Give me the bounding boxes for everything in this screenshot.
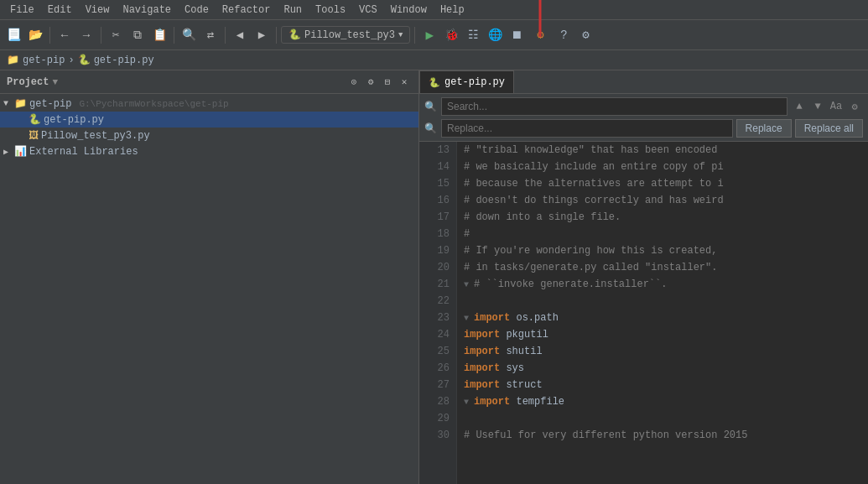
code-token: # we basically include an entire copy of… bbox=[464, 161, 724, 173]
run-config-icon: 🐍 bbox=[288, 29, 301, 41]
code-line: # we basically include an entire copy of… bbox=[464, 159, 868, 175]
fold-icon[interactable]: ▼ bbox=[464, 314, 474, 323]
fold-icon[interactable]: ▼ bbox=[464, 280, 474, 289]
line-number: 22 bbox=[419, 293, 450, 310]
scope-btn[interactable]: ⊙ bbox=[346, 75, 361, 90]
code-line: # because the alternatives are attempt t… bbox=[464, 175, 868, 192]
line-number: 28 bbox=[419, 393, 450, 410]
help-btn[interactable]: ? bbox=[554, 25, 574, 45]
toolbar: 📃 📂 ← → ✂ ⧉ 📋 🔍 ⇄ ◀ ▶ 🐍 Pillow_test_py3 … bbox=[0, 20, 868, 50]
toolbar-sep-4 bbox=[225, 27, 226, 44]
line-number: 24 bbox=[419, 326, 450, 343]
find-btn[interactable]: 🔍 bbox=[179, 25, 199, 45]
line-number: 23 bbox=[419, 310, 450, 326]
next-match-btn[interactable]: ▼ bbox=[809, 98, 826, 115]
editor-area: 🐍 get-pip.py 🔍 ▲ ▼ Aa ⚙ 🔍 Repla bbox=[419, 70, 868, 484]
sidebar-title: Project bbox=[7, 76, 49, 88]
profile-button[interactable]: 🌐 bbox=[485, 25, 505, 45]
breadcrumb-file[interactable]: get-pip.py bbox=[94, 55, 154, 66]
menu-item-run[interactable]: Run bbox=[277, 3, 309, 18]
menu-item-file[interactable]: File bbox=[3, 3, 41, 18]
find-input[interactable] bbox=[441, 97, 787, 116]
stop-button[interactable]: ⏹ bbox=[507, 25, 527, 45]
line-number: 27 bbox=[419, 377, 450, 393]
back-nav-btn[interactable]: ◀ bbox=[230, 25, 250, 45]
line-number: 19 bbox=[419, 242, 450, 259]
code-token: sys bbox=[500, 362, 524, 374]
code-line: import sys bbox=[464, 360, 868, 377]
code-line: ▼ import os.path bbox=[464, 310, 868, 326]
code-token: # in tasks/generate.py called "installer… bbox=[464, 262, 717, 273]
line-number: 21 bbox=[419, 276, 450, 293]
settings-btn[interactable]: ⚙ bbox=[363, 75, 378, 90]
menu-item-view[interactable]: View bbox=[79, 3, 117, 18]
tree-root-folder[interactable]: ▼ 📁 get-pip G:\PycharmWorkspace\get-pip bbox=[0, 96, 418, 112]
match-case-btn[interactable]: Aa bbox=[828, 98, 845, 115]
run-config-selector[interactable]: 🐍 Pillow_test_py3 ▼ bbox=[281, 26, 410, 44]
toolbar-sep-1 bbox=[49, 27, 50, 44]
replace-toolbar-btn[interactable]: ⇄ bbox=[200, 25, 221, 45]
replace-all-button[interactable]: Replace all bbox=[795, 119, 863, 138]
menu-item-refactor[interactable]: Refactor bbox=[216, 3, 278, 18]
code-token: tempfile bbox=[510, 396, 564, 408]
debug-button[interactable]: 🐞 bbox=[441, 25, 461, 45]
menu-item-navigate[interactable]: Navigate bbox=[116, 3, 178, 18]
line-number: 15 bbox=[419, 175, 450, 192]
code-line: import shutil bbox=[464, 343, 868, 360]
code-line: import struct bbox=[464, 377, 868, 393]
find-actions: ▲ ▼ Aa ⚙ bbox=[791, 98, 863, 115]
open-btn[interactable]: 📂 bbox=[25, 25, 45, 45]
folder-icon-root: 📁 bbox=[14, 97, 27, 110]
tab-get-pip-py[interactable]: 🐍 get-pip.py bbox=[419, 70, 514, 93]
run-config-dropdown-icon: ▼ bbox=[398, 31, 403, 39]
code-token: # Useful for very different python versi… bbox=[464, 429, 747, 441]
code-token: import bbox=[464, 329, 500, 341]
prev-match-btn[interactable]: ▲ bbox=[791, 98, 808, 115]
toolbar-sep-2 bbox=[101, 27, 101, 44]
breadcrumb-project[interactable]: get-pip bbox=[23, 55, 65, 66]
replace-input[interactable] bbox=[441, 119, 733, 138]
menu-item-tools[interactable]: Tools bbox=[309, 3, 352, 18]
collapse-btn[interactable]: ⊟ bbox=[380, 75, 395, 90]
menu-item-vcs[interactable]: VCS bbox=[352, 3, 384, 18]
tree-item-external-libs[interactable]: ▶ 📊 External Libraries bbox=[0, 143, 418, 159]
main-layout: Project ▼ ⊙ ⚙ ⊟ ✕ ▼ 📁 get-pip G:\Pycharm… bbox=[0, 70, 868, 484]
code-content[interactable]: # "tribal knowledge" that has been encod… bbox=[457, 142, 868, 484]
code-line: # in tasks/generate.py called "installer… bbox=[464, 259, 868, 276]
code-line: ▼ import tempfile bbox=[464, 393, 868, 410]
tree-item-get-pip-py[interactable]: 🐍 get-pip.py bbox=[0, 112, 418, 128]
menu-item-edit[interactable]: Edit bbox=[41, 3, 79, 18]
paste-btn[interactable]: 📋 bbox=[149, 25, 169, 45]
code-token: # ``invoke generate.installer``. bbox=[474, 278, 667, 290]
tree-item-pillow[interactable]: 🖼 Pillow_test_py3.py bbox=[0, 128, 418, 143]
forward-nav-btn[interactable]: ▶ bbox=[252, 25, 272, 45]
cut-btn[interactable]: ✂ bbox=[106, 25, 126, 45]
code-token: # down into a single file. bbox=[464, 211, 621, 223]
toolbar-sep-6 bbox=[414, 27, 415, 44]
file-icon: 🐍 bbox=[78, 54, 91, 66]
redo-btn[interactable]: → bbox=[76, 25, 96, 45]
menu-bar: File Edit View Navigate Code Refactor Ru… bbox=[0, 0, 868, 20]
menu-item-code[interactable]: Code bbox=[178, 3, 216, 18]
line-number: 14 bbox=[419, 159, 450, 175]
replace-button[interactable]: Replace bbox=[736, 119, 792, 138]
find-settings-btn[interactable]: ⚙ bbox=[846, 98, 863, 115]
extra-btn[interactable]: ⚙ bbox=[575, 25, 595, 45]
new-file-btn[interactable]: 📃 bbox=[3, 25, 23, 45]
fold-icon[interactable]: ▼ bbox=[464, 398, 474, 407]
ext-libs-icon: 📊 bbox=[14, 145, 27, 158]
code-token: import bbox=[464, 362, 500, 374]
menu-item-help[interactable]: Help bbox=[434, 3, 471, 18]
code-token: # If you're wondering how this is create… bbox=[464, 245, 717, 257]
hide-btn[interactable]: ✕ bbox=[397, 75, 412, 90]
find-row: 🔍 ▲ ▼ Aa ⚙ bbox=[424, 97, 863, 116]
menu-item-window[interactable]: Window bbox=[384, 3, 434, 18]
undo-btn[interactable]: ← bbox=[55, 25, 75, 45]
find-replace-bar: 🔍 ▲ ▼ Aa ⚙ 🔍 Replace Replace all bbox=[419, 94, 868, 142]
copy-btn[interactable]: ⧉ bbox=[127, 25, 148, 45]
sidebar-dropdown-icon[interactable]: ▼ bbox=[52, 77, 58, 87]
code-token: import bbox=[474, 396, 510, 408]
run-button[interactable]: ▶ bbox=[419, 25, 439, 45]
coverage-button[interactable]: ☷ bbox=[463, 25, 483, 45]
code-editor: 131415161718192021222324252627282930 # "… bbox=[419, 142, 868, 484]
